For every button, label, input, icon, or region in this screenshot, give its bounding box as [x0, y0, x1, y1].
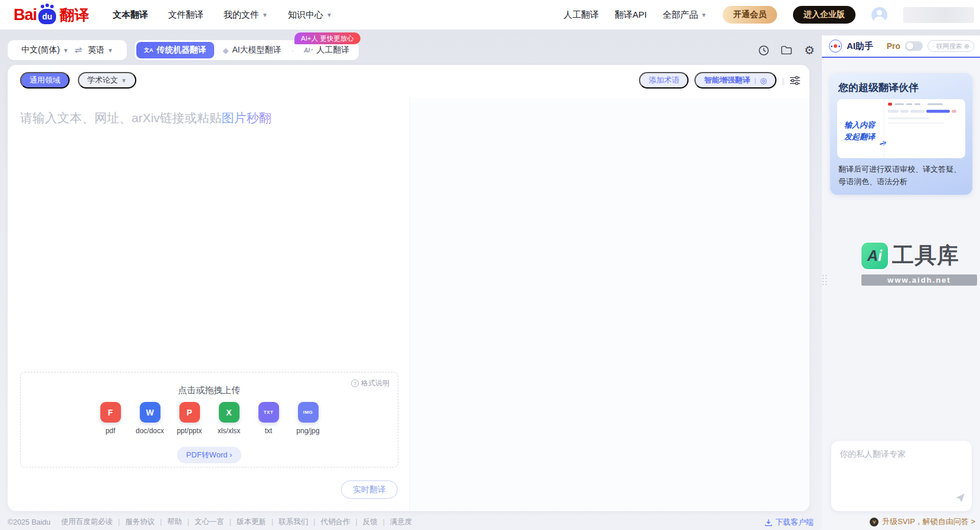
- page-footer: ©2025 Baidu 使用百度前必读 服务协议 帮助 文心一言 版本更新 联系…: [8, 517, 412, 527]
- sidebar-resize-handle[interactable]: [822, 275, 827, 292]
- display-settings-icon[interactable]: [790, 76, 800, 85]
- image-instant-translate-link[interactable]: 图片秒翻: [222, 111, 271, 125]
- pdf-to-word-button[interactable]: PDF转Word ›: [177, 447, 242, 463]
- aidh-watermark: Ai 工具库 www.aidh.net: [861, 241, 977, 286]
- nav-knowledge-center[interactable]: 知识中心▼: [288, 9, 332, 21]
- file-type-label: txt: [265, 427, 273, 435]
- footer-link-ernie[interactable]: 文心一言: [182, 517, 224, 527]
- translate-icon: 文A: [144, 47, 153, 54]
- source-language-label: 中文(简体): [21, 45, 60, 55]
- smart-enhance-button[interactable]: 智能增强翻译|◎: [694, 72, 776, 89]
- txt-file-icon: TXT: [258, 402, 279, 423]
- source-text-input[interactable]: 请输入文本、网址、arXiv链接或粘贴图片秒翻: [20, 110, 392, 358]
- nav-my-files[interactable]: 我的文件▼: [224, 9, 268, 21]
- download-icon: [765, 519, 772, 526]
- folder-icon[interactable]: [780, 44, 793, 57]
- input-placeholder-text: 请输入文本、网址、arXiv链接或粘贴: [20, 111, 222, 125]
- ai-toolbox-logo-icon: Ai: [861, 243, 888, 269]
- download-client-label: 下载客户端: [775, 517, 814, 528]
- file-type-pdf: Fpdf: [95, 402, 126, 435]
- globe-icon: ⊕: [964, 42, 969, 50]
- source-language-select[interactable]: 中文(简体)▼: [21, 45, 68, 55]
- navbar-right: 人工翻译 翻译API 全部产品▼ 开通会员 进入企业版: [563, 6, 974, 24]
- chevron-down-icon: ▼: [63, 47, 68, 54]
- footer-link-must-read[interactable]: 使用百度前必读: [61, 517, 113, 527]
- promo-annotation: 输入内容 发起翻译 ➔: [844, 119, 875, 142]
- add-terms-button[interactable]: 添加术语: [639, 72, 689, 89]
- word-file-icon: W: [140, 402, 160, 423]
- footer-link-changelog[interactable]: 版本更新: [224, 517, 266, 527]
- translation-card: 通用领域 学术论文▼ 添加术语 智能增强翻译|◎ | 请输入文本、网址、arXi…: [8, 65, 809, 511]
- target-language-label: 英语: [88, 45, 104, 55]
- promo-title: 您的超级翻译伙伴: [838, 81, 972, 94]
- web-search-label: · 联网搜索: [932, 42, 962, 51]
- domain-academic-label: 学术论文: [87, 75, 118, 86]
- toolbar-icons: ⚙: [757, 44, 816, 57]
- domain-row: 通用领域 学术论文▼ 添加术语 智能增强翻译|◎ |: [20, 72, 800, 89]
- footer-link-terms[interactable]: 服务协议: [113, 517, 155, 527]
- ai-human-badge: AI+人 更快更放心: [294, 32, 360, 44]
- assistant-promo-card[interactable]: 您的超级翻译伙伴 输入内容 发起翻译 ➔ 翻译后可进行双语审校、译文答疑、母语润…: [830, 73, 972, 195]
- file-type-label: pdf: [106, 427, 116, 435]
- tab-separator-dot: ·: [290, 46, 295, 55]
- ai-toolbox-url: www.aidh.net: [861, 274, 977, 286]
- file-type-label: doc/docx: [136, 427, 164, 435]
- nav-file-translate[interactable]: 文件翻译: [168, 9, 204, 21]
- tab-traditional-mt[interactable]: 文A传统机器翻译: [136, 42, 214, 58]
- upload-title: 点击或拖拽上传: [21, 385, 398, 396]
- enterprise-version-button[interactable]: 进入企业版: [793, 6, 856, 24]
- file-type-ppt: Pppt/pptx: [174, 402, 205, 435]
- send-icon[interactable]: [955, 493, 965, 505]
- nav-human-translate[interactable]: 人工翻译: [563, 9, 599, 21]
- settings-gear-icon[interactable]: ⚙: [803, 44, 816, 57]
- target-language-select[interactable]: 英语▼: [88, 45, 113, 55]
- realtime-translate-button[interactable]: 实时翻译: [341, 480, 398, 499]
- history-icon[interactable]: [757, 44, 770, 57]
- nav-translate-api[interactable]: 翻译API: [615, 9, 647, 21]
- footer-link-help[interactable]: 帮助: [155, 517, 182, 527]
- chevron-down-icon: ▼: [262, 12, 268, 18]
- file-upload-dropzone[interactable]: ?格式说明 点击或拖拽上传 Fpdf Wdoc/docx Pppt/pptx X…: [20, 372, 398, 467]
- nav-label: 知识中心: [288, 9, 323, 21]
- tab-human-translate[interactable]: AI⁺人工翻译: [296, 42, 357, 58]
- ai-assistant-icon: [829, 40, 842, 53]
- domain-academic-dropdown[interactable]: 学术论文▼: [78, 72, 136, 89]
- file-type-image: IMGpng/jpg: [293, 402, 323, 435]
- tab-label: AI大模型翻译: [232, 45, 281, 55]
- web-search-toggle[interactable]: · 联网搜索⊕: [927, 40, 974, 52]
- ai-plus-icon: AI⁺: [304, 47, 313, 54]
- download-client-link[interactable]: 下载客户端: [765, 517, 814, 528]
- copyright: ©2025 Baidu: [8, 518, 50, 526]
- open-vip-button[interactable]: 开通会员: [723, 6, 777, 24]
- pro-toggle[interactable]: [905, 41, 923, 51]
- file-type-label: ppt/pptx: [177, 427, 202, 435]
- baidu-translate-logo[interactable]: Bai du 翻译: [14, 5, 89, 25]
- assistant-chat-box: [831, 441, 972, 511]
- tab-ai-llm-translate[interactable]: ◆AI大模型翻译: [215, 42, 289, 58]
- mini-ui-mockup: [884, 99, 965, 158]
- nav-label: 文件翻译: [168, 9, 204, 21]
- nav-label: 我的文件: [224, 9, 259, 21]
- pill-divider: |: [754, 77, 756, 84]
- top-navbar: Bai du 翻译 文本翻译 文件翻译 我的文件▼ 知识中心▼ 人工翻译 翻译A…: [0, 0, 980, 30]
- nav-text-translate[interactable]: 文本翻译: [113, 9, 148, 21]
- file-type-label: xls/xlsx: [218, 427, 241, 435]
- footer-link-feedback[interactable]: 反馈: [350, 517, 377, 527]
- nav-all-products[interactable]: 全部产品▼: [663, 9, 707, 21]
- main-nav: 文本翻译 文件翻译 我的文件▼ 知识中心▼: [113, 9, 332, 21]
- assistant-chat-input[interactable]: [831, 441, 972, 488]
- svip-upgrade-link[interactable]: V 升级SVIP，解锁自由问答 >: [870, 516, 975, 527]
- file-type-txt: TXTtxt: [253, 402, 284, 435]
- footer-link-satisfaction[interactable]: 满意度: [378, 517, 412, 527]
- footer-link-reseller[interactable]: 代销合作: [308, 517, 350, 527]
- tab-label: 传统机器翻译: [157, 45, 207, 55]
- swap-languages-icon[interactable]: ⇌: [74, 45, 82, 55]
- nav-label: 文本翻译: [113, 9, 148, 21]
- chevron-down-icon: ▼: [326, 12, 332, 18]
- domain-general-button[interactable]: 通用领域: [20, 72, 70, 89]
- user-avatar[interactable]: [871, 7, 887, 23]
- baidu-paw-icon: du: [38, 9, 56, 24]
- file-types-row: Fpdf Wdoc/docx Pppt/pptx Xxls/xlsx TXTtx…: [21, 402, 398, 435]
- nav-label: 全部产品: [663, 9, 698, 21]
- footer-link-contact[interactable]: 联系我们: [266, 517, 308, 527]
